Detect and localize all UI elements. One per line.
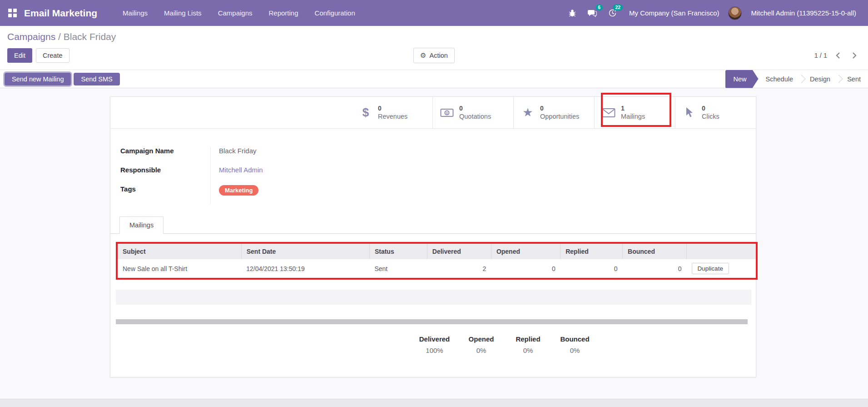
stat-button-revenues[interactable]: $ 0 Revenues [352, 97, 432, 128]
stat-button-quotations[interactable]: 0 0 Quotations [432, 97, 513, 128]
stage-design[interactable]: Design [803, 70, 838, 88]
tag-marketing[interactable]: Marketing [219, 185, 258, 196]
cell-subject[interactable]: New Sale on all T-Shirt [118, 259, 241, 278]
empty-row-white [110, 305, 756, 319]
envelope-icon [602, 108, 615, 118]
stat-button-clicks[interactable]: 0 Clicks [675, 97, 756, 128]
pager-next-icon[interactable] [852, 52, 857, 59]
main-content: $ 0 Revenues 0 0 Quotations [0, 88, 868, 377]
kpi-bounced-label: Bounced [551, 335, 598, 343]
company-switcher[interactable]: My Company (San Francisco) [625, 9, 724, 17]
top-navbar: Email Marketing Mailings Mailing Lists C… [0, 0, 868, 26]
stat-button-box: $ 0 Revenues 0 0 Quotations [110, 97, 756, 129]
revenues-value: 0 [378, 105, 407, 113]
nav-menu: Mailings Mailing Lists Campaigns Reporti… [116, 5, 362, 20]
nav-item-reporting[interactable]: Reporting [263, 5, 305, 20]
user-avatar[interactable] [728, 6, 742, 20]
column-status[interactable]: Status [369, 244, 427, 259]
form-fields: Campaign Name Responsible Tags Black Fri… [120, 147, 747, 204]
pager-count: 1 / 1 [814, 52, 827, 59]
action-menu-button[interactable]: ⚙Action [413, 48, 455, 63]
nav-item-mailing-lists[interactable]: Mailing Lists [158, 5, 208, 20]
stage-new[interactable]: New [725, 70, 759, 88]
tab-mailings[interactable]: Mailings [119, 216, 164, 234]
quotations-label: Quotations [459, 112, 491, 121]
messages-icon[interactable]: 6 [585, 5, 600, 21]
user-menu[interactable]: Mitchell Admin (11395225-15-0-all) [746, 9, 861, 17]
clicks-value: 0 [702, 105, 719, 113]
table-row[interactable]: New Sale on all T-Shirt 12/04/2021 13:50… [118, 259, 756, 278]
breadcrumb-campaigns[interactable]: Campaigns [7, 31, 55, 42]
messages-count-badge: 6 [595, 5, 603, 11]
column-replied[interactable]: Replied [560, 244, 623, 259]
notebook: Mailings [110, 216, 756, 234]
mouse-pointer-icon [683, 107, 696, 119]
control-panel: Campaigns / Black Friday Edit Create ⚙Ac… [0, 26, 868, 70]
edit-button[interactable]: Edit [7, 48, 32, 63]
footer-strip [0, 399, 868, 407]
stage-pipeline: New Schedule Design Sent [725, 70, 868, 88]
activities-clock-icon[interactable]: 22 [605, 5, 620, 21]
kpi-delivered-label: Delivered [411, 335, 458, 343]
create-button[interactable]: Create [36, 48, 69, 63]
dollar-icon: $ [359, 106, 372, 120]
campaign-name-label: Campaign Name [120, 147, 174, 155]
nav-item-configuration[interactable]: Configuration [308, 5, 362, 20]
send-sms-button[interactable]: Send SMS [74, 73, 119, 85]
stage-schedule[interactable]: Schedule [759, 70, 800, 88]
clicks-label: Clicks [702, 112, 719, 121]
kpi-replied: Replied 0% [505, 335, 551, 354]
stat-button-mailings[interactable]: 1 Mailings [594, 97, 675, 128]
breadcrumb: Campaigns / Black Friday [7, 31, 861, 42]
cell-replied[interactable]: 0 [560, 259, 623, 278]
table-header-row: Subject Sent Date Status Delivered Opene… [118, 244, 756, 259]
breadcrumb-separator: / [55, 31, 64, 42]
send-new-mailing-button[interactable]: Send new Mailing [5, 73, 71, 85]
column-delivered[interactable]: Delivered [427, 244, 491, 259]
column-opened[interactable]: Opened [491, 244, 560, 259]
mailings-table: Subject Sent Date Status Delivered Opene… [118, 244, 756, 278]
column-sent-date[interactable]: Sent Date [241, 244, 369, 259]
kpi-delivered: Delivered 100% [411, 335, 458, 354]
breadcrumb-current: Black Friday [64, 31, 116, 42]
opportunities-label: Opportunities [540, 112, 579, 121]
pager-previous-icon[interactable] [835, 52, 840, 59]
kpi-delivered-value: 100% [411, 347, 458, 354]
responsible-link[interactable]: Mitchell Admin [219, 166, 263, 174]
kpi-opened-label: Opened [458, 335, 505, 343]
kpi-bounced-value: 0% [551, 347, 598, 354]
mailings-table-highlight-box: Subject Sent Date Status Delivered Opene… [116, 242, 758, 280]
campaign-name-value: Black Friday [219, 147, 257, 155]
kpi-opened: Opened 0% [458, 335, 505, 354]
gear-icon: ⚙ [420, 51, 426, 60]
kpi-replied-value: 0% [505, 347, 551, 354]
kpi-summary: Delivered 100% Opened 0% Replied 0% Boun… [110, 335, 756, 354]
apps-grid-icon[interactable] [8, 9, 17, 17]
app-title[interactable]: Email Marketing [24, 8, 97, 19]
money-bill-icon: 0 [440, 108, 454, 117]
horizontal-scrollbar[interactable] [116, 319, 748, 324]
empty-row-white [110, 280, 756, 290]
cell-opened[interactable]: 0 [491, 259, 560, 278]
mailings-label: Mailings [621, 112, 645, 121]
duplicate-button[interactable]: Duplicate [692, 263, 729, 274]
debug-bug-icon[interactable] [565, 5, 580, 21]
cell-delivered[interactable]: 2 [427, 259, 491, 278]
cell-sent-date[interactable]: 12/04/2021 13:50:19 [241, 259, 369, 278]
kpi-replied-label: Replied [505, 335, 551, 343]
column-bounced[interactable]: Bounced [623, 244, 687, 259]
column-subject[interactable]: Subject [118, 244, 241, 259]
nav-item-mailings[interactable]: Mailings [116, 5, 154, 20]
kpi-opened-value: 0% [458, 347, 505, 354]
action-label: Action [430, 52, 448, 59]
stat-button-opportunities[interactable]: ★ 0 Opportunities [513, 97, 594, 128]
quotations-value: 0 [459, 105, 491, 113]
opportunities-value: 0 [540, 105, 579, 113]
activities-count-badge: 22 [613, 5, 623, 11]
cell-bounced[interactable]: 0 [623, 259, 687, 278]
tags-label: Tags [120, 185, 136, 193]
svg-text:0: 0 [446, 111, 448, 115]
cell-status[interactable]: Sent [369, 259, 427, 278]
nav-item-campaigns[interactable]: Campaigns [212, 5, 259, 20]
stage-sent[interactable]: Sent [840, 70, 868, 88]
